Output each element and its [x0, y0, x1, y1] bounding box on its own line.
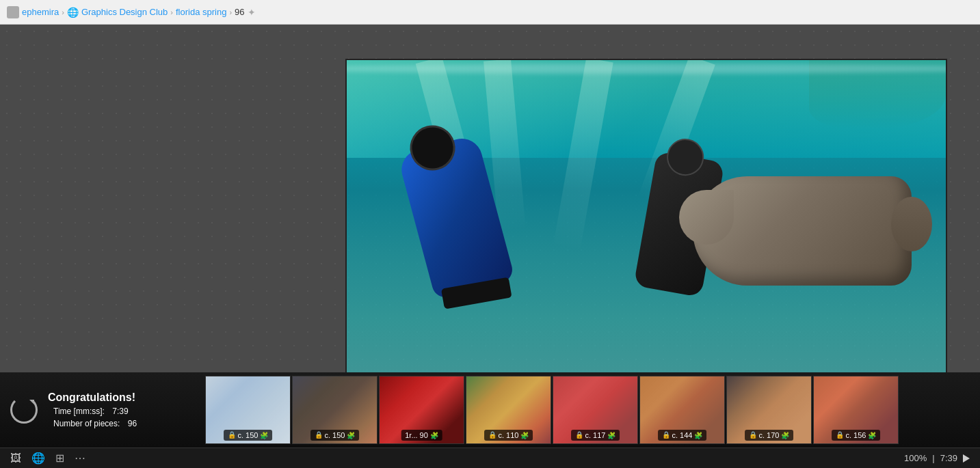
refresh-icon[interactable] — [10, 396, 38, 424]
puzzle-canvas — [0, 25, 980, 372]
thumbnails-strip: 🔒 c. 150 🧩 🔒 c. 150 🧩 1r... 90 🧩 — [205, 372, 980, 448]
time-detail: Time [mm:ss]: 7:39 — [48, 407, 137, 416]
thumb-count-8: 156 — [853, 431, 866, 439]
thumb-badge-6: 🔒 c. 144 🧩 — [658, 430, 707, 441]
thumb-badge-1: 🔒 c. 150 🧩 — [224, 430, 273, 441]
zoom-level: 100% — [904, 453, 927, 463]
thumb-1[interactable]: 🔒 c. 150 🧩 — [205, 376, 291, 444]
status-time: 7:39 — [940, 453, 957, 463]
thumb-badge-8: 🔒 c. 156 🧩 — [832, 430, 881, 441]
separator-1: › — [62, 8, 64, 16]
image-icon[interactable]: 🖼 — [10, 452, 21, 465]
separator-2: › — [170, 8, 173, 16]
lock-icon-7: 🔒 — [749, 431, 757, 439]
thumb-count-label-3: 1r... — [405, 431, 417, 439]
thumb-count-2: 150 — [332, 431, 345, 439]
globe-icon: 🌐 — [67, 7, 79, 18]
breadcrumb-pieces: 96 — [235, 7, 244, 17]
lock-icon-4: 🔒 — [488, 431, 496, 439]
congrats-text: Congratulations! Time [mm:ss]: 7:39 Numb… — [48, 391, 137, 428]
lock-icon-2: 🔒 — [315, 431, 323, 439]
thumb-count-label-2: c. — [325, 431, 331, 439]
status-center: 100% | 7:39 — [904, 453, 970, 463]
more-icon[interactable]: ⋯ — [75, 452, 85, 465]
diver-blue-body — [397, 134, 516, 301]
thumb-3[interactable]: 1r... 90 🧩 — [379, 376, 464, 444]
lock-icon-5: 🔒 — [575, 431, 583, 439]
status-bar: 🖼 🌐 ⊞ ⋯ 100% | 7:39 — [0, 448, 980, 468]
globe-status-icon[interactable]: 🌐 — [31, 452, 45, 465]
thumb-count-label-8: c. — [846, 431, 852, 439]
thumb-4[interactable]: 🔒 c. 110 🧩 — [466, 376, 551, 444]
thumb-5[interactable]: 🔒 c. 117 🧩 — [553, 376, 638, 444]
lock-icon-1: 🔒 — [228, 431, 236, 439]
puzzle-icon-2: 🧩 — [347, 432, 355, 439]
grid-icon[interactable]: ⊞ — [55, 452, 64, 465]
bottom-panel: Congratulations! Time [mm:ss]: 7:39 Numb… — [0, 372, 980, 448]
separator-3: › — [229, 8, 232, 16]
thumb-badge-4: 🔒 c. 110 🧩 — [484, 430, 533, 441]
thumb-count-5: 117 — [593, 431, 605, 439]
breadcrumb-group[interactable]: Graphics Design Club — [81, 7, 168, 17]
manatee-tail — [891, 197, 932, 251]
thumb-badge-5: 🔒 c. 117 🧩 — [571, 430, 620, 441]
puzzle-icon-5: 🧩 — [607, 432, 615, 439]
thumb-count-7: 170 — [767, 431, 779, 439]
thumb-badge-3: 1r... 90 🧩 — [401, 430, 442, 441]
manatee — [693, 156, 932, 327]
breadcrumb-bar: ephemira › 🌐 Graphics Design Club › flor… — [0, 0, 980, 25]
congrats-section: Congratulations! Time [mm:ss]: 7:39 Numb… — [0, 372, 205, 448]
puzzle-icon-7: 🧩 — [781, 432, 789, 439]
thumb-count-label-6: c. — [672, 431, 678, 439]
puzzle-icon-4: 🧩 — [520, 432, 529, 439]
thumb-badge-2: 🔒 c. 150 🧩 — [310, 430, 360, 441]
puzzle-image — [345, 59, 947, 372]
play-button[interactable] — [963, 454, 970, 463]
breadcrumb-site[interactable]: ephemira — [22, 7, 59, 17]
puzzle-icon-3: 🧩 — [430, 432, 438, 439]
manatee-body — [693, 176, 912, 286]
congrats-title: Congratulations! — [48, 391, 137, 404]
breadcrumb-puzzle[interactable]: florida spring — [176, 7, 226, 17]
puzzle-icon-1: 🧩 — [260, 432, 268, 439]
lock-icon-8: 🔒 — [836, 431, 844, 439]
puzzle-icon-8: 🧩 — [868, 432, 876, 439]
thumb-6[interactable]: 🔒 c. 144 🧩 — [639, 376, 725, 444]
thumb-count-1: 150 — [246, 431, 258, 439]
thumb-2[interactable]: 🔒 c. 150 🧩 — [292, 376, 378, 444]
pieces-detail: Number of pieces: 96 — [48, 419, 137, 428]
lock-icon-6: 🔒 — [662, 431, 670, 439]
thumb-badge-7: 🔒 c. 170 🧩 — [745, 430, 794, 441]
status-separator: | — [932, 453, 934, 463]
site-icon — [7, 6, 19, 18]
thumb-7[interactable]: 🔒 c. 170 🧩 — [726, 376, 812, 444]
thumb-count-label-4: c. — [499, 431, 505, 439]
thumb-count-4: 110 — [506, 431, 518, 439]
thumb-count-3: 90 — [420, 431, 428, 439]
thumb-count-6: 144 — [680, 431, 692, 439]
thumb-count-label-5: c. — [585, 431, 592, 439]
thumb-count-label-7: c. — [759, 431, 765, 439]
puzzle-icon-6: 🧩 — [694, 432, 702, 439]
diver-left — [401, 115, 593, 372]
thumb-count-label-1: c. — [238, 431, 244, 439]
thumb-8[interactable]: 🔒 c. 156 🧩 — [813, 376, 899, 444]
star-icon: ✦ — [248, 7, 256, 18]
status-icons-left: 🖼 🌐 ⊞ ⋯ — [10, 452, 85, 465]
